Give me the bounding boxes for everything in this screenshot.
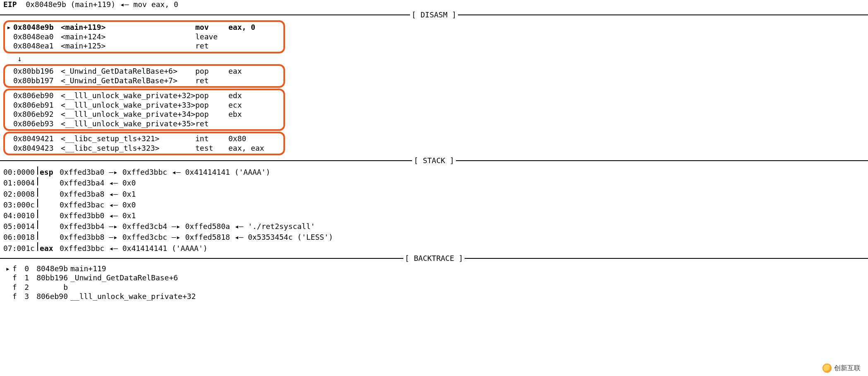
eip-arrow: ◂— [120,0,129,10]
backtrace-frame-num: 0 [20,264,29,274]
backtrace-row: ▸f08048e9bmain+119 [0,264,868,274]
stack-index: 03:000c [3,200,32,210]
disasm-symbol: <__libc_setup_tls+323> [61,144,195,153]
backtrace-row: f2b [0,283,868,292]
disasm-symbol: <__lll_unlock_wake_private+32> [61,91,195,101]
disasm-addr: 0x8049421 [13,134,61,144]
disasm-addr: 0x80bb197 [13,76,61,86]
disasm-row: 0x8048ea1<main+125>ret [7,41,282,51]
stack-divider [32,220,38,229]
disasm-op: leave [195,32,228,42]
disasm-addr: 0x8048ea0 [13,32,61,42]
disasm-addr: 0x80bb196 [13,67,61,76]
disasm-row: ▸0x8048e9b<main+119>moveax, 0 [7,23,282,32]
disasm-symbol: <__lll_unlock_wake_private+35> [61,119,195,129]
eip-sym: (main+119) [71,0,115,10]
section-backtrace-header: [ BACKTRACE ] [0,254,868,263]
disasm-args: 0x80 [228,134,246,144]
disasm-addr: 0x8049423 [13,144,61,153]
stack-chain: 0xffed3bac ◂— 0x0 [58,200,136,210]
disasm-row: 0x8049423<__libc_setup_tls+323>testeax, … [7,144,282,153]
stack-row: 03:000c0xffed3bac ◂— 0x0 [0,199,868,210]
disasm-op: test [195,144,228,153]
disasm-op: pop [195,110,228,119]
backtrace-row: f3806eb90__lll_unlock_wake_private+32 [0,292,868,301]
stack-chain: 0xffed3bb4 —▸ 0xffed3cb4 —▸ 0xffed580a ◂… [58,222,315,231]
disasm-args: eax [228,67,242,76]
stack-divider [32,199,38,207]
disasm-args: ebx [228,110,242,119]
stack-chain: 0xffed3ba0 —▸ 0xffed3bbc ◂— 0x41414141 (… [58,168,270,177]
disasm-args: eax, 0 [228,23,255,32]
backtrace-current-marker: ▸ [3,264,12,274]
disasm-op: int [195,134,228,144]
disasm-group-4: 0x8049421<__libc_setup_tls+321>int0x800x… [3,132,285,155]
disasm-op: ret [195,119,228,129]
disasm-args: ecx [228,101,242,110]
stack-index: 02:0008 [3,190,32,199]
disasm-op: pop [195,101,228,110]
disasm-row: 0x806eb92<__lll_unlock_wake_private+34>p… [7,110,282,119]
stack-row: 07:001ceax0xffed3bbc ◂— 0x41414141 ('AAA… [0,242,868,253]
disasm-addr: 0x806eb93 [13,119,61,129]
stack-index: 00:0000 [3,168,32,177]
stack-register: eax [38,244,58,253]
backtrace-frame-letter: f [12,273,20,283]
disasm-symbol: <main+119> [61,23,195,32]
stack-register: esp [38,168,58,177]
backtrace-addr: 80bb196 [29,273,68,283]
backtrace-addr: 8048e9b [29,264,68,274]
disasm-args: eax, eax [228,144,264,153]
stack-chain: 0xffed3bb8 —▸ 0xffed3cbc —▸ 0xffed5818 ◂… [58,233,333,242]
disasm-symbol: <__libc_setup_tls+321> [61,134,195,144]
disasm-op: ret [195,41,228,51]
backtrace-list: ▸f08048e9bmain+119f180bb196_Unwind_GetDa… [0,264,868,301]
backtrace-frame-num: 1 [20,273,29,283]
disasm-op: ret [195,76,228,86]
stack-index: 04:0010 [3,211,32,221]
backtrace-frame-letter: f [12,292,20,301]
disasm-symbol: <__lll_unlock_wake_private+34> [61,110,195,119]
stack-index: 05:0014 [3,222,32,231]
backtrace-frame-letter: f [12,264,20,274]
backtrace-frame-num: 2 [20,283,29,292]
section-stack-header: [ STACK ] [0,156,868,166]
backtrace-frame-letter: f [12,283,20,292]
eip-instr: mov eax, 0 [133,0,178,10]
backtrace-row: f180bb196_Unwind_GetDataRelBase+6 [0,273,868,283]
disasm-flow-arrow: ↓ [0,54,868,64]
disasm-row: 0x806eb93<__lll_unlock_wake_private+35>r… [7,119,282,129]
stack-divider [32,210,38,218]
disasm-op: pop [195,67,228,76]
stack-row: 01:00040xffed3ba4 ◂— 0x0 [0,177,868,188]
disasm-args: edx [228,91,242,101]
stack-index: 06:0018 [3,233,32,242]
section-disasm-header: [ DISASM ] [0,10,868,20]
disasm-row: 0x806eb91<__lll_unlock_wake_private+33>p… [7,101,282,110]
disasm-addr: 0x806eb91 [13,101,61,110]
eip-header: EIP 0x8048e9b (main+119) ◂— mov eax, 0 [0,0,868,10]
backtrace-symbol: _Unwind_GetDataRelBase+6 [68,273,178,283]
disasm-group-2: 0x80bb196<_Unwind_GetDataRelBase+6>popea… [3,64,285,88]
disasm-group-1: ▸0x8048e9b<main+119>moveax, 00x8048ea0<m… [3,20,285,53]
stack-list: 00:0000esp0xffed3ba0 —▸ 0xffed3bbc ◂— 0x… [0,166,868,253]
disasm-addr: 0x806eb92 [13,110,61,119]
stack-row: 06:00180xffed3bb8 —▸ 0xffed3cbc —▸ 0xffe… [0,231,868,242]
backtrace-symbol: main+119 [68,264,106,274]
disasm-addr: 0x8048e9b [13,23,61,32]
disasm-row: 0x80bb197<_Unwind_GetDataRelBase+7>ret [7,76,282,86]
section-stack-label: [ STACK ] [412,156,456,166]
disasm-op: pop [195,91,228,101]
disasm-row: 0x806eb90<__lll_unlock_wake_private+32>p… [7,91,282,101]
disasm-row: 0x8048ea0<main+124>leave [7,32,282,42]
disasm-addr: 0x806eb90 [13,91,61,101]
stack-row: 05:00140xffed3bb4 —▸ 0xffed3cb4 —▸ 0xffe… [0,220,868,231]
disasm-current-marker: ▸ [7,23,13,32]
section-disasm-label: [ DISASM ] [410,10,458,20]
disasm-op: mov [195,23,228,32]
eip-label: EIP [3,0,17,10]
eip-addr: 0x8048e9b [26,0,66,10]
stack-index: 07:001c [3,244,32,253]
disasm-symbol: <_Unwind_GetDataRelBase+6> [61,67,195,76]
backtrace-addr: b [29,283,68,292]
